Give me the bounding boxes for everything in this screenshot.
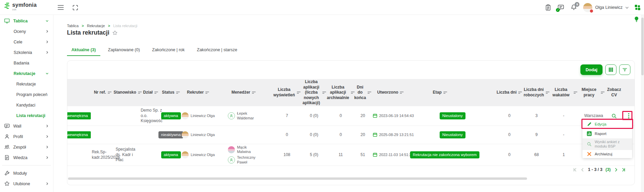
column-header-dzial[interactable]: Dział [141, 79, 160, 106]
next-page-icon[interactable] [614, 168, 618, 172]
sort-icon [297, 92, 301, 94]
column-header-label: Etap [433, 90, 442, 95]
menu-item-raport[interactable]: Raport [582, 129, 632, 138]
chevron-right-icon [45, 40, 49, 44]
wrench-icon [4, 170, 10, 176]
calendar-icon [373, 113, 377, 118]
sort-icon [574, 92, 577, 94]
document-icon [4, 155, 10, 160]
column-header-etap[interactable]: Etap [410, 79, 495, 106]
chevron-down-icon [45, 72, 49, 75]
etap-badge: Nieustalony [440, 131, 465, 138]
column-header-liczba-wyswietlen[interactable]: Liczba wyświetleń [272, 79, 301, 106]
sidebar-item-label: Rekrutacje [14, 71, 35, 76]
sidebar-item-cele[interactable]: Cele [0, 37, 53, 47]
column-header-nr-ref[interactable]: Nr ref. [91, 79, 115, 106]
apps-grid-icon[interactable] [634, 4, 641, 11]
sidebar-item-profil[interactable]: Profil [0, 131, 53, 142]
hamburger-menu-icon[interactable] [57, 4, 64, 11]
cell-liczba-dni: 0 [495, 106, 524, 126]
column-header-liczba-dni-roboczych[interactable]: Liczba dni roboczych [524, 79, 549, 106]
sort-icon [546, 92, 549, 94]
favorite-star-icon[interactable] [112, 30, 118, 36]
sidebar-item-badania[interactable]: Badania [0, 58, 53, 68]
clipboard-icon[interactable] [545, 4, 552, 11]
last-page-icon[interactable] [621, 168, 626, 172]
column-header-menedzer[interactable]: Menedżer [215, 79, 272, 106]
report-chart-icon [587, 131, 592, 136]
filter-icon [622, 67, 628, 73]
breadcrumb-tablica[interactable]: Tablica [67, 24, 79, 28]
column-header-dni-do-konca[interactable]: Dni do końca [355, 79, 371, 106]
column-header-label: Zobacz CV [606, 87, 622, 98]
cell-liczba-wyswietlen: 0 [272, 126, 301, 144]
sidebar-item-wall[interactable]: Wall [0, 121, 53, 131]
sort-icon [176, 92, 180, 94]
sidebar-item-moduly[interactable]: Moduły [0, 168, 53, 178]
chevron-right-icon [45, 30, 49, 33]
breadcrumb-rekrutacje[interactable]: Rekrutacje [87, 24, 105, 28]
sidebar-item-wiedza[interactable]: Wiedza [0, 152, 53, 163]
tab-zakonczone-starsze[interactable]: Zakończone | starsze [192, 47, 242, 56]
row-actions-context-menu: Edycja Raport Wyniki ankiet z modułu BSP… [582, 119, 632, 158]
columns-button[interactable] [605, 64, 616, 75]
sidebar: Tablica Oceny Cele Szkolenia Badania Rek… [0, 15, 53, 192]
fullscreen-icon[interactable] [72, 4, 79, 11]
column-header-label: Status [162, 90, 174, 95]
sidebar-item-szkolenia[interactable]: Szkolenia [0, 47, 53, 58]
view-cv-search-icon[interactable] [611, 113, 617, 119]
sidebar-item-rekrutacje[interactable]: Rekrutacje [0, 68, 53, 79]
sidebar-item-label: Cele [14, 40, 22, 44]
add-button[interactable]: Dodaj [580, 64, 603, 75]
recruiter-avatar [182, 131, 189, 138]
menu-item-edycja[interactable]: Edycja [582, 119, 632, 129]
column-header-liczba-dni[interactable]: Liczba dni [495, 79, 524, 106]
column-header-stanowisko[interactable]: Stanowisko [115, 79, 141, 106]
sort-icon [108, 92, 112, 94]
horizontal-scrollbar-thumb[interactable] [68, 177, 527, 180]
filter-button[interactable] [619, 64, 630, 75]
user-menu[interactable]: Olga Liniewicz [583, 3, 629, 12]
columns-icon [608, 67, 614, 73]
sidebar-item-oceny[interactable]: Oceny [0, 26, 53, 37]
sidebar-item-rekrutacje-sub[interactable]: Rekrutacje [0, 79, 53, 89]
notifications-bell-icon[interactable]: 9 [570, 4, 577, 11]
sidebar-item-lista-rekrutacji[interactable]: Lista rekrutacji [0, 110, 53, 121]
chevron-right-icon [45, 51, 49, 54]
menu-item-archiwizuj[interactable]: Archiwizuj [582, 150, 632, 158]
sidebar-item-ulubione[interactable]: Ulubione [0, 178, 53, 189]
tab-zaplanowane[interactable]: Zaplanowane (0) [104, 47, 145, 56]
cell-dni-do-konca: 51 [355, 144, 371, 166]
sidebar-item-label: Oceny [14, 29, 26, 34]
column-header-miejsce-pracy[interactable]: Miejsce pracy [578, 79, 605, 106]
pagination-total: (3) [606, 167, 611, 172]
table-toolbar: Dodaj [580, 64, 630, 75]
star-icon [4, 181, 10, 187]
column-header-liczba-aplikacji-archiwalnie[interactable]: Liczba aplikacji archiwalnie [327, 79, 355, 106]
row-actions-kebab-icon[interactable] [627, 112, 631, 120]
tab-aktualne[interactable]: Aktualne (3) [67, 47, 100, 56]
chevron-right-icon [45, 182, 49, 186]
column-header-typ [67, 79, 91, 106]
column-header-label: Liczba aplikacji archiwalnie [327, 85, 349, 101]
sidebar-item-label: Badania [14, 61, 29, 65]
sidebar-item-program-polecen[interactable]: Program poleceń [0, 89, 53, 100]
tab-zakonczone-rok[interactable]: Zakończone | rok [148, 47, 189, 56]
sidebar-item-tablica[interactable]: Tablica [0, 16, 53, 26]
hint-lightbulb-icon[interactable] [634, 16, 639, 24]
column-header-rekruter[interactable]: Rekruter [182, 79, 215, 106]
sort-icon [322, 92, 326, 94]
vertical-scrollbar [641, 15, 644, 192]
sidebar-item-kandydaci[interactable]: Kandydaci [0, 100, 53, 110]
column-header-liczba-aplikacji[interactable]: Liczba aplikacji (liczba nowych aplikacj… [301, 79, 327, 106]
etap-badge: Rekrutacja nie zakończona wyborem [410, 151, 479, 158]
column-header-status[interactable]: Status [160, 79, 182, 106]
messages-icon[interactable]: ✓ [557, 4, 564, 11]
vertical-scrollbar-thumb[interactable] [641, 18, 644, 75]
manager-avatar-icon [228, 156, 235, 164]
column-header-liczba-wakatow[interactable]: Liczba wakatów [549, 79, 578, 106]
sidebar-item-zespol[interactable]: Zespół [0, 142, 53, 152]
column-header-label: Menedżer [232, 90, 250, 95]
cell-nr-ref: Rek.Sp-kadr.2025/2026 [91, 144, 115, 166]
column-header-utworzono[interactable]: Utworzono [371, 79, 410, 106]
